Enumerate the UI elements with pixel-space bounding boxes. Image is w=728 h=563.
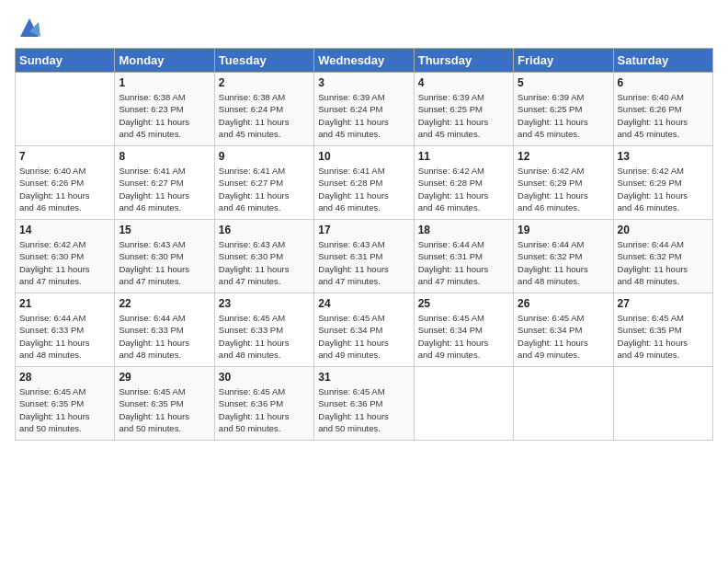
day-number: 5 [518,76,609,89]
day-info: Sunrise: 6:45 AM Sunset: 6:36 PM Dayligh… [219,385,310,434]
week-row-2: 7Sunrise: 6:40 AM Sunset: 6:26 PM Daylig… [16,146,713,220]
logo-text [15,15,42,40]
page-header [15,15,713,37]
day-info: Sunrise: 6:43 AM Sunset: 6:30 PM Dayligh… [119,238,210,287]
week-row-5: 28Sunrise: 6:45 AM Sunset: 6:35 PM Dayli… [16,367,713,441]
day-info: Sunrise: 6:44 AM Sunset: 6:31 PM Dayligh… [418,238,509,287]
day-info: Sunrise: 6:45 AM Sunset: 6:34 PM Dayligh… [418,312,509,361]
day-number: 9 [219,150,310,163]
page-container: SundayMondayTuesdayWednesdayThursdayFrid… [0,0,728,448]
day-cell: 9Sunrise: 6:41 AM Sunset: 6:27 PM Daylig… [214,146,313,220]
day-cell: 7Sunrise: 6:40 AM Sunset: 6:26 PM Daylig… [16,146,115,220]
day-number: 20 [618,224,709,236]
day-info: Sunrise: 6:45 AM Sunset: 6:36 PM Dayligh… [318,385,409,434]
day-info: Sunrise: 6:45 AM Sunset: 6:33 PM Dayligh… [219,312,310,361]
day-info: Sunrise: 6:42 AM Sunset: 6:29 PM Dayligh… [618,165,709,213]
day-cell: 24Sunrise: 6:45 AM Sunset: 6:34 PM Dayli… [314,293,414,367]
day-number: 14 [19,224,110,236]
day-cell [613,367,712,441]
day-number: 8 [119,150,210,163]
day-info: Sunrise: 6:39 AM Sunset: 6:25 PM Dayligh… [518,91,609,140]
day-number: 21 [19,297,110,310]
day-info: Sunrise: 6:42 AM Sunset: 6:29 PM Dayligh… [518,165,609,213]
day-number: 2 [219,76,310,89]
header-saturday: Saturday [613,49,712,73]
header-tuesday: Tuesday [214,49,313,73]
day-info: Sunrise: 6:43 AM Sunset: 6:30 PM Dayligh… [219,238,310,287]
day-cell: 29Sunrise: 6:45 AM Sunset: 6:35 PM Dayli… [115,367,214,441]
day-number: 16 [219,224,310,236]
day-number: 10 [318,150,409,163]
day-cell: 1Sunrise: 6:38 AM Sunset: 6:23 PM Daylig… [115,73,214,146]
day-number: 7 [19,150,110,163]
header-friday: Friday [514,49,613,73]
day-number: 13 [618,150,709,163]
day-cell: 2Sunrise: 6:38 AM Sunset: 6:24 PM Daylig… [214,73,313,146]
day-info: Sunrise: 6:44 AM Sunset: 6:33 PM Dayligh… [19,312,110,361]
day-number: 30 [219,371,310,384]
day-cell: 25Sunrise: 6:45 AM Sunset: 6:34 PM Dayli… [414,293,513,367]
day-info: Sunrise: 6:40 AM Sunset: 6:26 PM Dayligh… [618,91,709,140]
day-cell [514,367,613,441]
day-cell: 26Sunrise: 6:45 AM Sunset: 6:34 PM Dayli… [514,293,613,367]
day-info: Sunrise: 6:41 AM Sunset: 6:27 PM Dayligh… [119,165,210,213]
day-cell: 27Sunrise: 6:45 AM Sunset: 6:35 PM Dayli… [613,293,712,367]
day-info: Sunrise: 6:44 AM Sunset: 6:33 PM Dayligh… [119,312,210,361]
day-cell: 31Sunrise: 6:45 AM Sunset: 6:36 PM Dayli… [314,367,414,441]
day-number: 26 [518,297,609,310]
day-number: 1 [119,76,210,89]
day-info: Sunrise: 6:42 AM Sunset: 6:30 PM Dayligh… [19,238,110,287]
day-cell: 19Sunrise: 6:44 AM Sunset: 6:32 PM Dayli… [514,220,613,293]
day-cell: 30Sunrise: 6:45 AM Sunset: 6:36 PM Dayli… [214,367,313,441]
day-number: 11 [418,150,509,163]
day-info: Sunrise: 6:39 AM Sunset: 6:24 PM Dayligh… [318,91,409,140]
day-info: Sunrise: 6:45 AM Sunset: 6:34 PM Dayligh… [318,312,409,361]
day-cell: 6Sunrise: 6:40 AM Sunset: 6:26 PM Daylig… [613,73,712,146]
day-info: Sunrise: 6:45 AM Sunset: 6:35 PM Dayligh… [119,385,210,434]
day-info: Sunrise: 6:44 AM Sunset: 6:32 PM Dayligh… [518,238,609,287]
day-cell [414,367,513,441]
header-monday: Monday [115,49,214,73]
week-row-1: 1Sunrise: 6:38 AM Sunset: 6:23 PM Daylig… [16,73,713,146]
header-wednesday: Wednesday [314,49,414,73]
day-cell: 13Sunrise: 6:42 AM Sunset: 6:29 PM Dayli… [613,146,712,220]
day-number: 31 [318,371,409,384]
day-cell [16,73,115,146]
day-number: 23 [219,297,310,310]
day-info: Sunrise: 6:38 AM Sunset: 6:23 PM Dayligh… [119,91,210,140]
day-cell: 18Sunrise: 6:44 AM Sunset: 6:31 PM Dayli… [414,220,513,293]
day-cell: 20Sunrise: 6:44 AM Sunset: 6:32 PM Dayli… [613,220,712,293]
day-number: 12 [518,150,609,163]
day-cell: 3Sunrise: 6:39 AM Sunset: 6:24 PM Daylig… [314,73,414,146]
day-cell: 11Sunrise: 6:42 AM Sunset: 6:28 PM Dayli… [414,146,513,220]
day-info: Sunrise: 6:41 AM Sunset: 6:27 PM Dayligh… [219,165,310,213]
day-cell: 14Sunrise: 6:42 AM Sunset: 6:30 PM Dayli… [16,220,115,293]
day-cell: 12Sunrise: 6:42 AM Sunset: 6:29 PM Dayli… [514,146,613,220]
day-number: 18 [418,224,509,236]
day-number: 15 [119,224,210,236]
day-info: Sunrise: 6:39 AM Sunset: 6:25 PM Dayligh… [418,91,509,140]
day-cell: 16Sunrise: 6:43 AM Sunset: 6:30 PM Dayli… [214,220,313,293]
day-cell: 17Sunrise: 6:43 AM Sunset: 6:31 PM Dayli… [314,220,414,293]
day-info: Sunrise: 6:41 AM Sunset: 6:28 PM Dayligh… [318,165,409,213]
day-info: Sunrise: 6:44 AM Sunset: 6:32 PM Dayligh… [618,238,709,287]
day-info: Sunrise: 6:38 AM Sunset: 6:24 PM Dayligh… [219,91,310,140]
day-info: Sunrise: 6:45 AM Sunset: 6:34 PM Dayligh… [518,312,609,361]
day-info: Sunrise: 6:45 AM Sunset: 6:35 PM Dayligh… [618,312,709,361]
day-number: 19 [518,224,609,236]
day-number: 22 [119,297,210,310]
day-info: Sunrise: 6:45 AM Sunset: 6:35 PM Dayligh… [19,385,110,434]
day-number: 24 [318,297,409,310]
day-number: 6 [618,76,709,89]
day-cell: 5Sunrise: 6:39 AM Sunset: 6:25 PM Daylig… [514,73,613,146]
day-cell: 15Sunrise: 6:43 AM Sunset: 6:30 PM Dayli… [115,220,214,293]
day-cell: 21Sunrise: 6:44 AM Sunset: 6:33 PM Dayli… [16,293,115,367]
day-cell: 23Sunrise: 6:45 AM Sunset: 6:33 PM Dayli… [214,293,313,367]
week-row-3: 14Sunrise: 6:42 AM Sunset: 6:30 PM Dayli… [16,220,713,293]
header-sunday: Sunday [16,49,115,73]
logo [15,15,42,37]
day-info: Sunrise: 6:42 AM Sunset: 6:28 PM Dayligh… [418,165,509,213]
day-number: 3 [318,76,409,89]
calendar-header-row: SundayMondayTuesdayWednesdayThursdayFrid… [16,49,713,73]
day-cell: 22Sunrise: 6:44 AM Sunset: 6:33 PM Dayli… [115,293,214,367]
